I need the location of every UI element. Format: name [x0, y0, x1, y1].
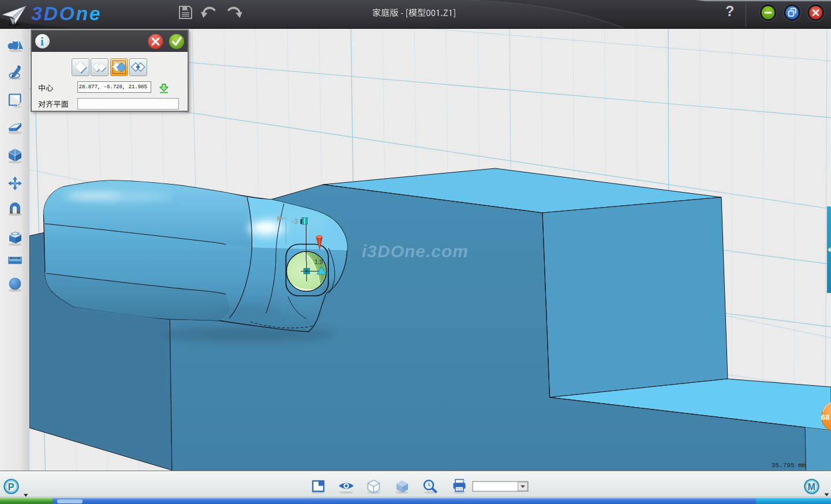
svg-text:i: i	[40, 35, 44, 48]
svg-text:35.795 mm: 35.795 mm	[772, 462, 806, 469]
svg-text:1.9: 1.9	[315, 258, 323, 265]
svg-text:-3: -3	[291, 217, 298, 225]
svg-text:i3DOne.com: i3DOne.com	[362, 242, 469, 261]
svg-text:M: M	[808, 482, 815, 492]
svg-text:P: P	[8, 482, 14, 492]
svg-text:68: 68	[821, 413, 830, 422]
